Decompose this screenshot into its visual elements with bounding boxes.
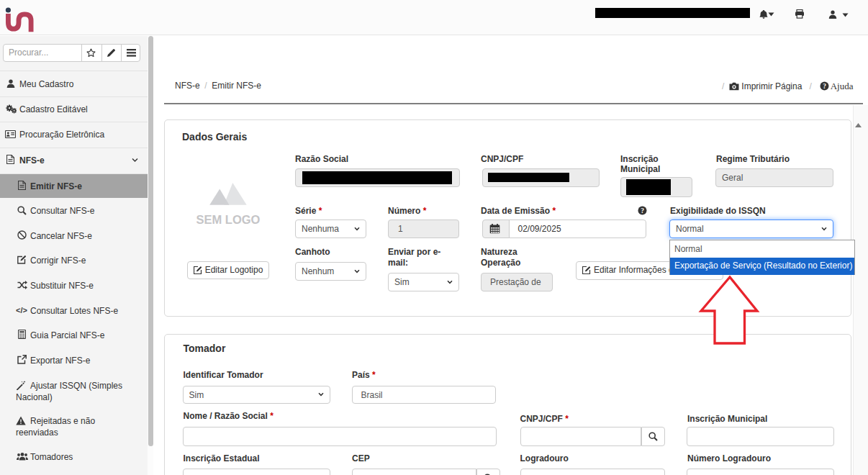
svg-text:?: ? (641, 207, 644, 214)
svg-text:?: ? (823, 83, 827, 90)
